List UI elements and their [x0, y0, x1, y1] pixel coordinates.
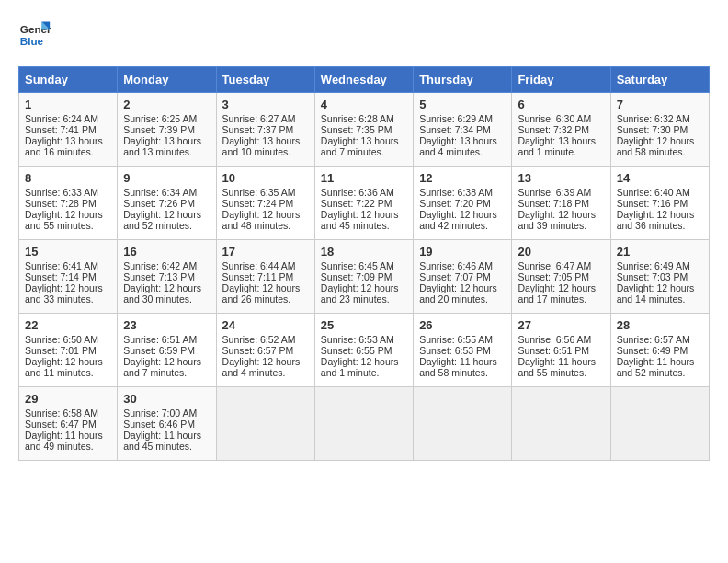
day-number: 28	[617, 318, 703, 332]
cell-line: Sunrise: 6:58 AM	[25, 408, 111, 419]
cell-line: and 55 minutes.	[25, 220, 111, 231]
cell-line: Daylight: 12 hours	[123, 209, 210, 220]
cell-line: Daylight: 12 hours	[617, 209, 703, 220]
cell-line: and 39 minutes.	[518, 220, 604, 231]
cell-line: Daylight: 13 hours	[321, 135, 407, 146]
cell-line: Daylight: 12 hours	[321, 209, 407, 220]
cell-line: Sunrise: 6:51 AM	[123, 334, 210, 345]
cell-line: Sunset: 7:37 PM	[222, 124, 309, 135]
day-number: 13	[518, 171, 604, 185]
cell-line: and 11 minutes.	[25, 367, 111, 378]
cell-line: Sunset: 7:11 PM	[222, 271, 309, 282]
cell-line: Sunset: 7:24 PM	[222, 198, 309, 209]
cell-line: Sunset: 7:35 PM	[321, 124, 407, 135]
cell-line: Sunrise: 6:29 AM	[419, 113, 506, 124]
cell-line: Sunrise: 6:33 AM	[25, 187, 111, 198]
calendar-cell: 27Sunrise: 6:56 AMSunset: 6:51 PMDayligh…	[512, 314, 610, 387]
cell-line: Daylight: 12 hours	[25, 356, 111, 367]
calendar-cell: 23Sunrise: 6:51 AMSunset: 6:59 PMDayligh…	[118, 314, 216, 387]
calendar-cell: 22Sunrise: 6:50 AMSunset: 7:01 PMDayligh…	[19, 314, 118, 387]
page-header: General Blue	[18, 18, 710, 52]
cell-line: Sunset: 6:46 PM	[123, 419, 210, 430]
cell-line: Sunset: 6:59 PM	[123, 345, 210, 356]
cell-line: Sunrise: 6:41 AM	[25, 260, 111, 271]
cell-line: and 49 minutes.	[25, 441, 111, 452]
cell-line: and 23 minutes.	[321, 293, 407, 304]
cell-line: Sunrise: 6:46 AM	[419, 260, 506, 271]
logo: General Blue	[18, 18, 51, 52]
day-number: 3	[222, 98, 309, 111]
calendar-cell	[610, 387, 709, 461]
day-number: 22	[25, 318, 111, 332]
cell-line: Sunset: 7:18 PM	[518, 198, 604, 209]
cell-line: Daylight: 12 hours	[518, 282, 604, 293]
cell-line: and 55 minutes.	[518, 367, 604, 378]
day-number: 29	[25, 392, 111, 406]
day-of-week-header: Thursday	[414, 67, 512, 93]
calendar-table: SundayMondayTuesdayWednesdayThursdayFrid…	[18, 66, 710, 461]
cell-line: Sunrise: 6:55 AM	[419, 334, 506, 345]
cell-line: Daylight: 12 hours	[123, 282, 210, 293]
calendar-cell	[414, 387, 512, 461]
cell-line: Sunset: 6:49 PM	[617, 345, 703, 356]
cell-line: and 17 minutes.	[518, 293, 604, 304]
calendar-cell: 6Sunrise: 6:30 AMSunset: 7:32 PMDaylight…	[512, 93, 610, 167]
cell-line: Sunrise: 6:36 AM	[321, 187, 407, 198]
calendar-cell: 7Sunrise: 6:32 AMSunset: 7:30 PMDaylight…	[610, 93, 709, 167]
cell-line: Daylight: 11 hours	[123, 430, 210, 441]
calendar-cell	[512, 387, 610, 461]
cell-line: Sunrise: 6:34 AM	[123, 187, 210, 198]
calendar-cell: 21Sunrise: 6:49 AMSunset: 7:03 PMDayligh…	[610, 240, 709, 314]
cell-line: and 7 minutes.	[321, 146, 407, 157]
cell-line: and 20 minutes.	[419, 293, 506, 304]
cell-line: Sunset: 7:34 PM	[419, 124, 506, 135]
day-number: 20	[518, 245, 604, 259]
day-number: 2	[123, 98, 210, 111]
cell-line: Sunset: 7:28 PM	[25, 198, 111, 209]
cell-line: and 42 minutes.	[419, 220, 506, 231]
cell-line: Sunset: 7:32 PM	[518, 124, 604, 135]
cell-line: Sunrise: 6:47 AM	[518, 260, 604, 271]
cell-line: Daylight: 13 hours	[25, 135, 111, 146]
cell-line: Sunrise: 6:53 AM	[321, 334, 407, 345]
cell-line: and 26 minutes.	[222, 293, 309, 304]
cell-line: Sunrise: 6:40 AM	[617, 187, 703, 198]
cell-line: Sunrise: 6:42 AM	[123, 260, 210, 271]
day-number: 12	[419, 171, 506, 185]
calendar-cell: 30Sunrise: 7:00 AMSunset: 6:46 PMDayligh…	[118, 387, 216, 461]
cell-line: Sunset: 7:14 PM	[25, 271, 111, 282]
cell-line: Daylight: 12 hours	[222, 209, 309, 220]
cell-line: Sunrise: 6:56 AM	[518, 334, 604, 345]
calendar-cell: 29Sunrise: 6:58 AMSunset: 6:47 PMDayligh…	[19, 387, 118, 461]
cell-line: Daylight: 12 hours	[25, 282, 111, 293]
cell-line: Sunset: 7:16 PM	[617, 198, 703, 209]
cell-line: and 52 minutes.	[617, 367, 703, 378]
cell-line: and 10 minutes.	[222, 146, 309, 157]
calendar-cell	[216, 387, 314, 461]
cell-line: Sunrise: 6:50 AM	[25, 334, 111, 345]
calendar-cell: 15Sunrise: 6:41 AMSunset: 7:14 PMDayligh…	[19, 240, 118, 314]
day-of-week-header: Wednesday	[314, 67, 413, 93]
cell-line: and 36 minutes.	[617, 220, 703, 231]
cell-line: and 45 minutes.	[123, 441, 210, 452]
cell-line: Daylight: 13 hours	[222, 135, 309, 146]
cell-line: Sunset: 7:07 PM	[419, 271, 506, 282]
cell-line: and 7 minutes.	[123, 367, 210, 378]
day-number: 26	[419, 318, 506, 332]
cell-line: Sunrise: 6:35 AM	[222, 187, 309, 198]
day-number: 8	[25, 171, 111, 185]
calendar-cell: 5Sunrise: 6:29 AMSunset: 7:34 PMDaylight…	[414, 93, 512, 167]
cell-line: and 30 minutes.	[123, 293, 210, 304]
cell-line: Sunset: 7:39 PM	[123, 124, 210, 135]
cell-line: Daylight: 12 hours	[617, 282, 703, 293]
cell-line: Daylight: 11 hours	[518, 356, 604, 367]
calendar-cell: 8Sunrise: 6:33 AMSunset: 7:28 PMDaylight…	[19, 167, 118, 240]
cell-line: Sunset: 7:09 PM	[321, 271, 407, 282]
cell-line: Daylight: 12 hours	[617, 135, 703, 146]
cell-line: Sunset: 7:30 PM	[617, 124, 703, 135]
calendar-cell: 20Sunrise: 6:47 AMSunset: 7:05 PMDayligh…	[512, 240, 610, 314]
cell-line: Sunset: 7:41 PM	[25, 124, 111, 135]
cell-line: Sunset: 6:53 PM	[419, 345, 506, 356]
day-number: 5	[419, 98, 506, 111]
day-number: 30	[123, 392, 210, 406]
